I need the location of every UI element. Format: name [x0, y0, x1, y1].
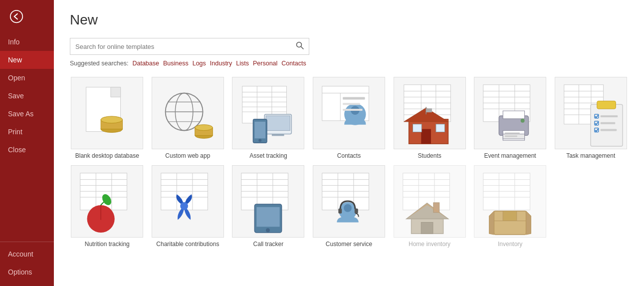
suggested-contacts[interactable]: Contacts: [281, 60, 306, 67]
sidebar-item-print[interactable]: Print: [0, 123, 54, 141]
main-content: New Suggested searches: Database Busines…: [54, 0, 644, 286]
template-grid-placeholder: [553, 165, 628, 248]
template-task-management[interactable]: Task management: [553, 77, 628, 159]
svg-point-14: [195, 125, 213, 131]
svg-rect-65: [505, 135, 517, 137]
svg-point-118: [344, 204, 352, 212]
svg-rect-34: [343, 97, 365, 99]
template-label-call-tracker: Call tracker: [253, 241, 284, 248]
svg-rect-81: [600, 129, 617, 131]
sidebar-item-info[interactable]: Info: [0, 33, 54, 51]
sidebar-item-options[interactable]: Options: [0, 263, 54, 281]
svg-point-6: [101, 116, 122, 123]
svg-rect-36: [343, 109, 362, 111]
svg-rect-35: [343, 103, 360, 105]
suggested-personal[interactable]: Personal: [253, 60, 277, 67]
svg-rect-47: [421, 129, 431, 144]
template-label-nutrition-tracking: Nutrition tracking: [85, 241, 130, 248]
suggested-industry[interactable]: Industry: [210, 60, 232, 67]
svg-point-109: [266, 228, 270, 232]
template-asset-tracking[interactable]: Asset tracking: [231, 77, 306, 159]
svg-line-2: [301, 47, 304, 49]
sidebar-item-save[interactable]: Save: [0, 87, 54, 105]
template-label-customer-service: Customer service: [326, 241, 372, 248]
template-nutrition-tracking[interactable]: Nutrition tracking: [70, 165, 145, 248]
sidebar: Info New Open Save Save As Print Close A…: [0, 0, 54, 286]
svg-rect-51: [435, 124, 444, 132]
template-label-charitable-contributions: Charitable contributions: [156, 241, 219, 248]
suggested-database[interactable]: Database: [132, 60, 159, 67]
svg-rect-24: [266, 116, 290, 131]
svg-marker-144: [526, 211, 531, 235]
svg-rect-64: [505, 132, 520, 134]
sidebar-item-account[interactable]: Account: [0, 245, 54, 263]
svg-rect-130: [421, 222, 433, 234]
svg-rect-108: [257, 207, 280, 227]
template-label-inventory: Inventory: [498, 241, 522, 248]
search-button[interactable]: [291, 38, 309, 54]
svg-rect-60: [503, 111, 524, 119]
template-home-inventory[interactable]: Home inventory: [392, 165, 467, 248]
template-call-tracker[interactable]: Call tracker: [231, 165, 306, 248]
template-grid-row1: Blank desktop database Custom web ap: [70, 77, 628, 159]
svg-rect-75: [597, 101, 616, 109]
svg-rect-119: [338, 209, 342, 214]
template-custom-web[interactable]: Custom web app: [151, 77, 225, 159]
template-label-students: Students: [418, 152, 441, 159]
page-title: New: [70, 12, 628, 28]
svg-marker-143: [489, 211, 494, 235]
template-label-blank-desktop: Blank desktop database: [75, 152, 139, 159]
template-customer-service[interactable]: Customer service: [312, 165, 387, 248]
sidebar-bottom: Account Options: [0, 239, 54, 281]
sidebar-item-new[interactable]: New: [0, 51, 54, 69]
template-event-management[interactable]: Event management: [473, 77, 548, 159]
svg-rect-79: [600, 115, 618, 117]
svg-rect-80: [600, 122, 615, 124]
template-grid-row2: Nutrition tracking: [70, 165, 628, 248]
template-label-contacts: Contacts: [337, 152, 361, 159]
template-contacts[interactable]: Contacts: [312, 77, 387, 159]
svg-rect-27: [255, 122, 266, 139]
svg-rect-50: [413, 124, 422, 132]
template-label-custom-web: Custom web app: [165, 152, 210, 159]
template-charitable-contributions[interactable]: Charitable contributions: [151, 165, 225, 248]
back-button[interactable]: [4, 4, 29, 29]
sidebar-item-save-as[interactable]: Save As: [0, 105, 54, 123]
suggested-lists[interactable]: Lists: [236, 60, 249, 67]
template-label-task-management: Task management: [566, 152, 615, 159]
svg-point-63: [521, 119, 525, 123]
svg-point-99: [180, 202, 188, 210]
template-label-home-inventory: Home inventory: [409, 241, 450, 248]
svg-point-28: [259, 139, 262, 142]
search-bar: [70, 38, 309, 55]
suggested-searches: Suggested searches: Database Business Lo…: [70, 60, 628, 67]
template-inventory[interactable]: Inventory: [473, 165, 548, 248]
sidebar-item-close[interactable]: Close: [0, 141, 54, 159]
template-students[interactable]: Students: [392, 77, 467, 159]
svg-rect-25: [272, 134, 284, 136]
template-label-asset-tracking: Asset tracking: [249, 152, 287, 159]
sidebar-divider: [0, 242, 54, 242]
sidebar-nav: Info New Open Save Save As Print Close: [0, 33, 54, 239]
sidebar-item-open[interactable]: Open: [0, 69, 54, 87]
template-label-event-management: Event management: [484, 152, 536, 159]
svg-rect-120: [355, 209, 358, 214]
search-input[interactable]: [70, 39, 291, 54]
suggested-logs[interactable]: Logs: [193, 60, 206, 67]
svg-point-0: [10, 10, 23, 23]
template-blank-desktop[interactable]: Blank desktop database: [70, 77, 145, 159]
suggested-label: Suggested searches:: [70, 60, 128, 67]
svg-rect-142: [503, 211, 517, 221]
suggested-business[interactable]: Business: [163, 60, 189, 67]
svg-rect-49: [426, 108, 432, 112]
